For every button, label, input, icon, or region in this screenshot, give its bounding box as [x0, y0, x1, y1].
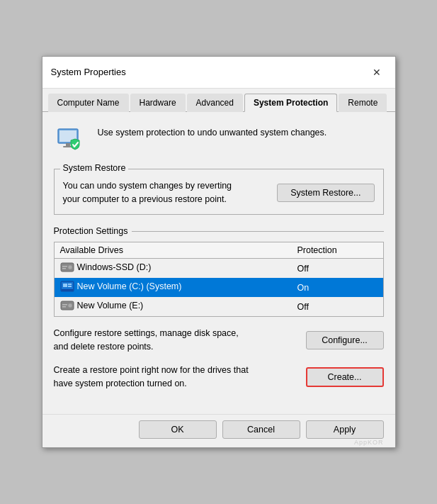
tab-content: Use system protection to undo unwanted s…	[42, 112, 395, 412]
svg-rect-11	[63, 284, 67, 287]
tab-advanced[interactable]: Advanced	[187, 94, 243, 112]
configure-text: Configure restore settings, manage disk …	[54, 327, 252, 354]
svg-rect-10	[62, 289, 73, 291]
tab-strip: Computer Name Hardware Advanced System P…	[42, 89, 395, 112]
svg-rect-6	[62, 266, 67, 267]
system-restore-content: You can undo system changes by reverting…	[63, 179, 375, 206]
drive-name-cell: New Volume (E:)	[54, 297, 291, 317]
window-title: System Properties	[51, 67, 126, 77]
svg-rect-12	[68, 284, 72, 285]
configure-row: Configure restore settings, manage disk …	[54, 327, 384, 354]
system-properties-window: System Properties ✕ Computer Name Hardwa…	[42, 56, 396, 449]
drive-name-cell: New Volume (C:) (System)	[54, 278, 291, 297]
svg-point-15	[68, 303, 72, 308]
header-section: Use system protection to undo unwanted s…	[54, 123, 384, 157]
footer: OK Cancel Apply AppKOR	[42, 414, 395, 447]
tab-hardware[interactable]: Hardware	[130, 94, 186, 112]
protection-settings-separator: Protection Settings	[54, 226, 384, 236]
table-row[interactable]: New Volume (C:) (System) On	[54, 278, 383, 297]
ok-button[interactable]: OK	[139, 420, 217, 439]
header-text: Use system protection to undo unwanted s…	[98, 123, 327, 140]
tab-system-protection[interactable]: System Protection	[244, 94, 337, 112]
create-text: Create a restore point right now for the…	[54, 364, 252, 391]
separator-line	[132, 231, 383, 232]
tab-remote[interactable]: Remote	[339, 94, 387, 112]
svg-rect-17	[62, 306, 66, 308]
table-row[interactable]: New Volume (E:) Off	[54, 297, 383, 317]
hdd-icon	[60, 262, 74, 273]
drive-name-cell: Windows-SSD (D:)	[54, 259, 291, 279]
protection-icon	[54, 123, 88, 157]
svg-rect-7	[62, 268, 66, 269]
svg-point-5	[68, 265, 72, 269]
system-restore-label: System Restore	[60, 163, 129, 173]
drive-protection-cell: Off	[291, 259, 383, 279]
system-restore-text: You can undo system changes by reverting…	[63, 179, 240, 206]
drive-protection-cell: Off	[291, 297, 383, 317]
apply-button[interactable]: Apply	[306, 420, 384, 439]
title-bar: System Properties ✕	[42, 57, 395, 89]
configure-button[interactable]: Configure...	[306, 331, 384, 349]
system-restore-button[interactable]: System Restore...	[277, 184, 374, 202]
create-button[interactable]: Create...	[306, 367, 384, 387]
protection-settings-section: Protection Settings Available Drives Pro…	[54, 226, 384, 317]
watermark: AppKOR	[354, 439, 384, 446]
table-header-row: Available Drives Protection	[54, 242, 383, 259]
svg-rect-2	[66, 143, 70, 146]
cancel-button[interactable]: Cancel	[222, 420, 300, 439]
svg-rect-13	[68, 286, 72, 287]
tab-computer-name[interactable]: Computer Name	[48, 94, 129, 112]
drives-table: Available Drives Protection	[54, 242, 384, 317]
create-row: Create a restore point right now for the…	[54, 364, 384, 391]
drive-e-icon	[60, 300, 74, 311]
protection-settings-label: Protection Settings	[54, 226, 128, 236]
table-row[interactable]: Windows-SSD (D:) Off	[54, 259, 383, 279]
system-drive-icon	[60, 281, 74, 292]
col-protection-header: Protection	[291, 242, 383, 259]
close-button[interactable]: ✕	[367, 62, 387, 82]
svg-rect-16	[62, 304, 67, 306]
protection-icon-svg	[54, 123, 88, 157]
col-drives-header: Available Drives	[54, 242, 291, 259]
system-restore-group: System Restore You can undo system chang…	[54, 169, 384, 215]
drive-protection-cell: On	[291, 278, 383, 297]
